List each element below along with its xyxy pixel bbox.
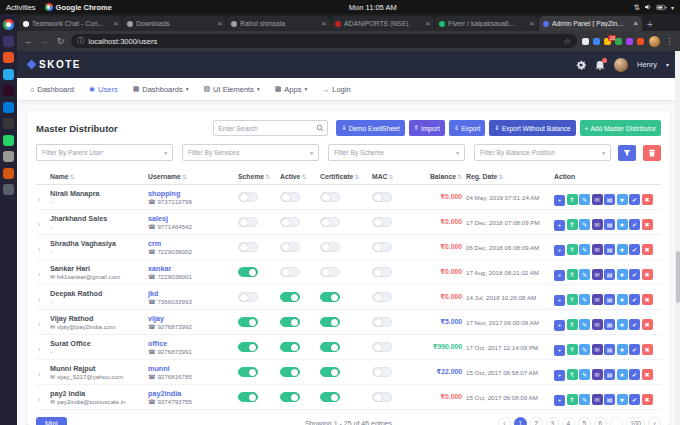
username-link[interactable]: munni — [148, 364, 234, 373]
report-action-button[interactable]: ▤ — [604, 344, 615, 355]
teamwork-icon[interactable] — [3, 36, 14, 47]
message-action-button[interactable]: ✉ — [592, 344, 603, 355]
back-button[interactable]: ← — [23, 37, 34, 46]
active-toggle[interactable] — [280, 317, 300, 327]
menu-item-users[interactable]: ◉ Users — [89, 85, 118, 94]
delete-action-button[interactable]: ✖ — [642, 344, 653, 355]
page-button[interactable]: 6 — [594, 417, 607, 425]
message-action-button[interactable]: ✉ — [592, 269, 603, 280]
edit-action-button[interactable]: ✎ — [579, 219, 590, 230]
browser-tab[interactable]: Rahul shingala × — [227, 16, 330, 31]
add-action-button[interactable]: + — [554, 220, 565, 231]
page-ellipsis[interactable]: ... — [610, 417, 623, 425]
mac-toggle[interactable] — [372, 392, 392, 402]
tab-close-icon[interactable]: × — [113, 20, 118, 28]
username-link[interactable]: office — [148, 339, 234, 348]
certificate-toggle[interactable] — [320, 317, 340, 327]
browser-tab[interactable]: ADANIPORTS (NSE) × — [331, 16, 434, 31]
mac-toggle[interactable] — [372, 367, 392, 377]
expand-row-icon[interactable]: › — [38, 371, 40, 378]
expand-row-icon[interactable]: › — [38, 271, 40, 278]
apply-filter-button[interactable] — [618, 145, 636, 161]
certificate-toggle[interactable] — [320, 367, 340, 377]
export-without-balance-button[interactable]: ⇓Export Without Balance — [489, 120, 575, 136]
menu-item-dashboard[interactable]: ⌂ Dashboard — [30, 85, 74, 94]
edit-action-button[interactable]: ✎ — [579, 319, 590, 330]
tab-close-icon[interactable]: × — [321, 20, 326, 28]
balance-action-button[interactable]: ₹ — [567, 319, 578, 330]
edit-action-button[interactable]: ✎ — [579, 394, 590, 405]
balance-action-button[interactable]: ₹ — [567, 219, 578, 230]
edit-action-button[interactable]: ✎ — [579, 344, 590, 355]
tab-close-icon[interactable]: × — [529, 20, 534, 28]
page-button[interactable]: 1 — [514, 417, 527, 425]
edit-action-button[interactable]: ✎ — [579, 194, 590, 205]
message-action-button[interactable]: ✉ — [592, 219, 603, 230]
page-button[interactable]: 3 — [546, 417, 559, 425]
delete-action-button[interactable]: ✖ — [642, 244, 653, 255]
active-toggle[interactable] — [280, 242, 300, 252]
tab-close-icon[interactable]: × — [217, 20, 222, 28]
activities-button[interactable]: Activities — [6, 3, 36, 12]
scheme-toggle[interactable] — [238, 192, 258, 202]
mac-toggle[interactable] — [372, 267, 392, 277]
vscode-icon[interactable] — [3, 102, 14, 113]
balance-action-button[interactable]: ₹ — [567, 394, 578, 405]
column-header-mac[interactable]: MAC⇅ — [370, 169, 410, 185]
browser-profile-avatar[interactable] — [649, 36, 660, 47]
column-header-balance[interactable]: Balance⇅ — [410, 169, 464, 185]
delete-action-button[interactable]: ✖ — [642, 369, 653, 380]
extension-icon[interactable]: 16 — [604, 38, 611, 45]
verify-action-button[interactable]: ✔ — [629, 194, 640, 205]
menu-item-apps[interactable]: ▩ Apps ▾ — [275, 85, 308, 94]
slack-icon[interactable] — [3, 118, 14, 129]
reload-button[interactable]: ↻ — [55, 37, 66, 46]
add-action-button[interactable]: + — [554, 245, 565, 256]
add-action-button[interactable]: + — [554, 395, 565, 406]
message-action-button[interactable]: ✉ — [592, 294, 603, 305]
new-tab-button[interactable]: + — [643, 17, 657, 31]
whatsapp-icon[interactable] — [3, 135, 14, 146]
mac-toggle[interactable] — [372, 217, 392, 227]
username-link[interactable]: salesj — [148, 214, 234, 223]
add-action-button[interactable]: + — [554, 270, 565, 281]
page-button[interactable]: 4 — [562, 417, 575, 425]
active-toggle[interactable] — [280, 217, 300, 227]
username-link[interactable]: vijay — [148, 314, 234, 323]
column-header-name[interactable]: Name⇅ — [48, 169, 146, 185]
system-tray[interactable]: ⇅ ▾ — [634, 3, 674, 12]
tab-close-icon[interactable]: × — [633, 20, 638, 28]
settings-icon[interactable] — [3, 151, 14, 162]
message-action-button[interactable]: ✉ — [592, 319, 603, 330]
certificate-toggle[interactable] — [320, 192, 340, 202]
balance-action-button[interactable]: ₹ — [567, 269, 578, 280]
verify-action-button[interactable]: ✔ — [629, 344, 640, 355]
mac-toggle[interactable] — [372, 292, 392, 302]
filter-by-parent-user-select[interactable]: Filter By Parent User ▾ — [36, 144, 173, 161]
mini-button[interactable]: Mini — [36, 417, 67, 425]
report-action-button[interactable]: ▤ — [604, 394, 615, 405]
brand[interactable]: SKOTE — [28, 59, 81, 70]
certificate-toggle[interactable] — [320, 342, 340, 352]
search-input[interactable] — [214, 121, 312, 135]
report-action-button[interactable]: ▤ — [604, 319, 615, 330]
username-link[interactable]: jkd — [148, 289, 234, 298]
balance-action-button[interactable]: ₹ — [567, 194, 578, 205]
extension-icon[interactable] — [582, 38, 589, 45]
expand-row-icon[interactable]: › — [38, 196, 40, 203]
expand-row-icon[interactable]: › — [38, 396, 40, 403]
mac-toggle[interactable] — [372, 342, 392, 352]
expand-row-icon[interactable]: › — [38, 221, 40, 228]
scheme-toggle[interactable] — [238, 242, 258, 252]
edit-action-button[interactable]: ✎ — [579, 369, 590, 380]
trash-icon[interactable] — [3, 184, 14, 195]
active-toggle[interactable] — [280, 292, 300, 302]
verify-action-button[interactable]: ✔ — [629, 319, 640, 330]
software-icon[interactable] — [3, 168, 14, 179]
username-link[interactable]: xankar — [148, 264, 234, 273]
report-action-button[interactable]: ▤ — [604, 244, 615, 255]
delete-action-button[interactable]: ✖ — [642, 319, 653, 330]
browser-menu-icon[interactable]: ⋮ — [665, 36, 674, 46]
add-master-distributor-button[interactable]: +Add Master Distributor — [580, 120, 661, 136]
report-action-button[interactable]: ▤ — [604, 219, 615, 230]
